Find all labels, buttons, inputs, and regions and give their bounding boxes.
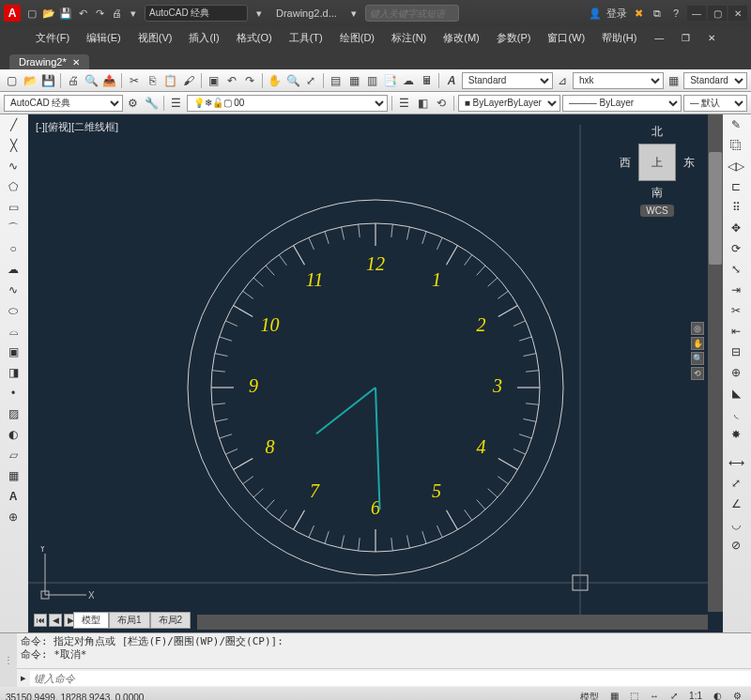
copy-obj-icon[interactable]: ⿻ bbox=[723, 135, 749, 156]
lineweight-dropdown[interactable]: — 默认 bbox=[683, 95, 747, 112]
explode-icon[interactable]: ✸ bbox=[723, 424, 749, 445]
layer-prev-icon[interactable]: ⟲ bbox=[433, 95, 450, 112]
zoom-window-icon[interactable]: ⤢ bbox=[303, 72, 319, 89]
workspace-dropdown[interactable] bbox=[145, 5, 248, 22]
layout-tab-model[interactable]: 模型 bbox=[73, 612, 109, 629]
viewcube-top-face[interactable]: 上 bbox=[638, 144, 676, 181]
nav-zoom-icon[interactable]: 🔍 bbox=[691, 352, 704, 365]
mirror-icon[interactable]: ◁▷ bbox=[723, 156, 749, 176]
dim-angular-icon[interactable]: ∠ bbox=[723, 494, 749, 514]
line-icon[interactable]: ╱ bbox=[0, 114, 26, 135]
circle-icon[interactable]: ○ bbox=[0, 238, 26, 259]
maximize-button[interactable]: ▢ bbox=[708, 6, 727, 21]
calc-icon[interactable]: 🖩 bbox=[419, 72, 435, 89]
polygon-icon[interactable]: ⬠ bbox=[0, 176, 26, 197]
layer-dropdown[interactable]: 💡❄🔓▢ 00 bbox=[187, 95, 389, 112]
dim-linear-icon[interactable]: ⟷ bbox=[723, 452, 749, 473]
nav-wheel-icon[interactable]: ◎ bbox=[691, 322, 704, 335]
layer-prop-icon[interactable]: ☰ bbox=[168, 95, 185, 112]
region-icon[interactable]: ▱ bbox=[0, 445, 26, 465]
polyline-icon[interactable]: ∿ bbox=[0, 156, 26, 176]
vertical-scrollbar[interactable] bbox=[708, 114, 723, 612]
menu-file[interactable]: 文件(F) bbox=[28, 29, 77, 47]
layout-prev-icon[interactable]: ◀ bbox=[49, 614, 62, 627]
workspace-save-icon[interactable]: 🔧 bbox=[143, 95, 160, 112]
mtext-icon[interactable]: A bbox=[0, 486, 26, 507]
table-style-dropdown[interactable]: Standard bbox=[683, 72, 747, 89]
viewcube-west[interactable]: 西 bbox=[620, 155, 631, 171]
nav-pan-icon[interactable]: ✋ bbox=[691, 337, 704, 350]
exchange-icon[interactable]: ✖ bbox=[631, 6, 646, 21]
tool-palette-icon[interactable]: ▥ bbox=[364, 72, 380, 89]
workspace-select[interactable]: AutoCAD 经典 bbox=[4, 95, 123, 112]
print-icon[interactable]: 🖨 bbox=[65, 72, 81, 89]
menu-modify[interactable]: 修改(M) bbox=[436, 29, 487, 47]
minimize-button[interactable]: — bbox=[687, 6, 706, 21]
design-center-icon[interactable]: ▦ bbox=[345, 72, 361, 89]
drawing-area[interactable]: [-][俯视][二维线框] 121234567891011 北 西 上 东 南 … bbox=[28, 114, 723, 632]
coordinates[interactable]: 35150.9499, 18288.9243, 0.0000 bbox=[6, 692, 144, 701]
command-input[interactable] bbox=[30, 671, 751, 686]
dim-icon[interactable]: ⊿ bbox=[555, 72, 571, 89]
dim-style-dropdown[interactable]: hxk bbox=[573, 72, 664, 89]
close-tab-icon[interactable]: ✕ bbox=[72, 57, 80, 68]
spline-icon[interactable]: ∿ bbox=[0, 280, 26, 300]
text-icon[interactable]: A bbox=[443, 72, 459, 89]
status-snap-icon[interactable]: ⬚ bbox=[626, 691, 642, 700]
table-icon[interactable]: ▦ bbox=[666, 72, 682, 89]
cut-icon[interactable]: ✂ bbox=[126, 72, 142, 89]
markup-icon[interactable]: ☁ bbox=[401, 72, 417, 89]
status-scale[interactable]: 1:1 bbox=[685, 691, 706, 700]
app-logo[interactable]: A bbox=[4, 5, 21, 22]
block-make-icon[interactable]: ◨ bbox=[0, 362, 26, 383]
erase-icon[interactable]: ✎ bbox=[723, 114, 749, 135]
open-icon[interactable]: 📂 bbox=[41, 6, 56, 21]
ellipse-arc-icon[interactable]: ⌓ bbox=[0, 321, 26, 342]
layer-iso-icon[interactable]: ◧ bbox=[415, 95, 432, 112]
command-handle[interactable]: ⋮ bbox=[0, 633, 17, 687]
layout-tab-1[interactable]: 布局1 bbox=[109, 612, 150, 629]
mdi-close[interactable]: ✕ bbox=[700, 31, 723, 45]
menu-tools[interactable]: 工具(T) bbox=[282, 29, 330, 47]
status-model[interactable]: 模型 bbox=[576, 691, 603, 700]
mdi-minimize[interactable]: — bbox=[647, 31, 671, 45]
help-search-input[interactable] bbox=[365, 5, 459, 22]
viewcube-east[interactable]: 东 bbox=[683, 155, 695, 171]
copy-icon[interactable]: ⎘ bbox=[145, 72, 161, 89]
gradient-icon[interactable]: ◐ bbox=[0, 424, 26, 445]
layer-state-icon[interactable]: ☰ bbox=[396, 95, 413, 112]
print-icon[interactable]: 🖨 bbox=[109, 6, 124, 21]
trim-icon[interactable]: ✂ bbox=[723, 300, 749, 321]
block-icon[interactable]: ▣ bbox=[206, 72, 222, 89]
viewcube-north[interactable]: 北 bbox=[620, 124, 695, 140]
menu-dimension[interactable]: 标注(N) bbox=[384, 29, 434, 47]
stretch-icon[interactable]: ⇥ bbox=[723, 280, 749, 300]
sheet-set-icon[interactable]: 📑 bbox=[382, 72, 398, 89]
user-icon[interactable]: 👤 bbox=[588, 6, 603, 21]
layout-first-icon[interactable]: ⏮ bbox=[34, 614, 47, 627]
scale-icon[interactable]: ⤡ bbox=[723, 259, 749, 280]
menu-window[interactable]: 窗口(W) bbox=[540, 29, 592, 47]
dim-aligned-icon[interactable]: ⤢ bbox=[723, 473, 749, 494]
menu-help[interactable]: 帮助(H) bbox=[594, 29, 644, 47]
offset-icon[interactable]: ⊏ bbox=[723, 176, 749, 197]
new-icon[interactable]: ▢ bbox=[24, 6, 39, 21]
fillet-icon[interactable]: ◟ bbox=[723, 403, 749, 424]
color-dropdown[interactable]: ■ ByLayerByLayer bbox=[458, 95, 560, 112]
login-label[interactable]: 登录 bbox=[606, 7, 627, 21]
undo-icon[interactable]: ↶ bbox=[75, 6, 90, 21]
addselected-icon[interactable]: ⊕ bbox=[0, 507, 26, 527]
publish-icon[interactable]: 📤 bbox=[101, 72, 117, 89]
wcs-label[interactable]: WCS bbox=[640, 205, 673, 217]
dim-radius-icon[interactable]: ◡ bbox=[723, 514, 749, 535]
horizontal-scrollbar[interactable] bbox=[197, 615, 708, 630]
workspace-dropdown-arrow[interactable]: ▾ bbox=[252, 6, 267, 21]
text-style-dropdown[interactable]: Standard bbox=[462, 72, 553, 89]
xline-icon[interactable]: ╳ bbox=[0, 135, 26, 156]
doc-dropdown-arrow[interactable]: ▾ bbox=[346, 6, 361, 21]
arc-icon[interactable]: ⌒ bbox=[0, 218, 26, 238]
save-icon[interactable]: 💾 bbox=[58, 6, 73, 21]
document-tab[interactable]: Drawing2* ✕ bbox=[9, 54, 89, 69]
chamfer-icon[interactable]: ◣ bbox=[723, 383, 749, 403]
menu-draw[interactable]: 绘图(D) bbox=[332, 29, 382, 47]
